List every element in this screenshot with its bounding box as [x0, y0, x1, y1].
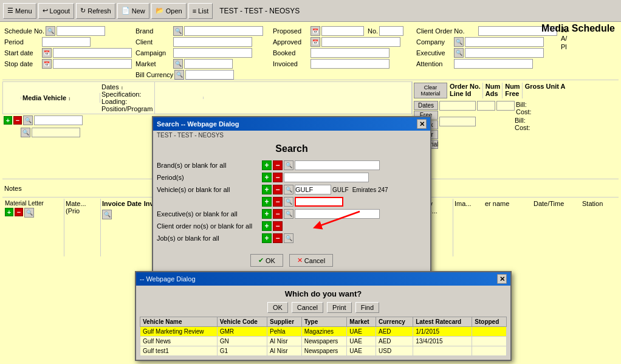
table-cell: AED: [376, 337, 413, 346]
second-find-btn[interactable]: Find: [355, 302, 379, 313]
refresh-icon: ↻: [80, 7, 86, 15]
col-vehicle-name: Vehicle Name: [140, 317, 218, 327]
app-title: TEST - TEST - NEOSYS: [219, 7, 300, 15]
menu-icon: ☰: [7, 7, 13, 15]
vehicle-dialog-input1[interactable]: [295, 185, 331, 194]
table-cell: 1/1/2015: [413, 327, 472, 337]
executive-add-btn[interactable]: +: [262, 209, 272, 219]
table-cell: UAE: [347, 337, 376, 346]
search-brand-controls: + − 🔍: [262, 160, 427, 170]
open-label: Open: [166, 7, 182, 15]
executive-dialog-input[interactable]: [295, 209, 380, 219]
brand-dialog-search-btn[interactable]: 🔍: [284, 160, 293, 170]
period-add-btn[interactable]: +: [262, 173, 272, 182]
second-ok-btn[interactable]: OK: [267, 302, 288, 313]
cancel-x-icon: ✕: [297, 256, 303, 264]
open-button[interactable]: 📂 Open: [151, 3, 187, 19]
brand-dialog-input[interactable]: [295, 160, 380, 170]
table-row[interactable]: Gulf Marketing ReviewGMRPehlaMagazinesUA…: [140, 327, 507, 337]
toolbar: ☰ Menu ↩ Logout ↻ Refresh 📄 New 📂 Open ≡…: [0, 0, 621, 22]
brand-add-btn[interactable]: +: [262, 160, 272, 170]
col-market: Market: [347, 317, 376, 327]
logout-icon: ↩: [43, 7, 48, 15]
menu-button[interactable]: ☰ Menu: [3, 3, 36, 19]
period-dialog-input[interactable]: [284, 173, 369, 182]
logout-label: Logout: [50, 7, 70, 15]
table-cell: UAE: [347, 346, 376, 356]
second-dialog: -- Webpage Dialog ✕ Which do you want? O…: [135, 271, 512, 361]
list-button[interactable]: ≡ List: [188, 3, 213, 19]
executive-dialog-search-btn[interactable]: 🔍: [284, 209, 293, 219]
job-dialog-search-btn[interactable]: 🔍: [284, 233, 293, 243]
new-icon: 📄: [122, 7, 130, 15]
search-client-order-controls: + −: [262, 221, 427, 231]
search-vehicle-label: Vehicle(s) or blank for all: [157, 186, 260, 193]
table-cell: USD: [376, 346, 413, 356]
table-cell: Gulf Marketing Review: [140, 327, 218, 337]
table-cell: Al Nisr: [267, 337, 302, 346]
search-dialog-subtitle: TEST - TEST - NEOSYS: [153, 131, 430, 140]
search-period-label: Period(s): [157, 174, 260, 181]
table-cell: UAE: [347, 327, 376, 337]
vehicle-dialog-search-btn2[interactable]: 🔍: [284, 197, 293, 207]
gulf-value: GULF: [332, 187, 349, 193]
executive-remove-btn[interactable]: −: [273, 209, 283, 219]
search-vehicle-controls2: + − 🔍: [262, 197, 427, 207]
list-icon: ≡: [193, 7, 196, 15]
table-cell: [472, 346, 507, 356]
brand-remove-btn[interactable]: −: [273, 160, 283, 170]
which-question: Which do you want?: [140, 289, 507, 298]
vehicle-dialog-search-btn1[interactable]: 🔍: [284, 185, 293, 194]
new-button[interactable]: 📄 New: [117, 3, 149, 19]
search-vehicle-controls1: + − 🔍 GULF Emirates 247: [262, 185, 427, 194]
job-remove-btn[interactable]: −: [273, 233, 283, 243]
table-cell: [472, 327, 507, 337]
period-remove-btn[interactable]: −: [273, 173, 283, 182]
dialog-overlay: Search -- Webpage Dialog ✕ TEST - TEST -…: [0, 22, 621, 364]
refresh-button[interactable]: ↻ Refresh: [76, 3, 115, 19]
job-add-btn[interactable]: +: [262, 233, 272, 243]
table-row[interactable]: Gulf NewsGNAl NisrNewspapersUAEAED13/4/2…: [140, 337, 507, 346]
col-stopped: Stopped: [472, 317, 507, 327]
vehicle-table: Vehicle Name Vehicle Code Supplier Type …: [140, 317, 507, 356]
logout-button[interactable]: ↩ Logout: [38, 3, 75, 19]
second-print-btn[interactable]: Print: [327, 302, 352, 313]
search-period-controls: + −: [262, 173, 427, 182]
cancel-label: Cancel: [304, 257, 325, 264]
search-dialog: Search -- Webpage Dialog ✕ TEST - TEST -…: [152, 116, 431, 273]
main-area: Media Schedule Schedule No. 🔍 Period Sta…: [0, 22, 621, 364]
search-job-label: Job(s) or blank for all: [157, 235, 260, 242]
search-dialog-close-btn[interactable]: ✕: [417, 119, 427, 129]
table-cell: Gulf test1: [140, 346, 218, 356]
col-type: Type: [301, 317, 347, 327]
table-cell: 13/4/2015: [413, 337, 472, 346]
search-vehicle-row1: Vehicle(s) or blank for all + − 🔍 GULF E…: [157, 185, 427, 194]
table-cell: GMR: [217, 327, 267, 337]
table-cell: GN: [217, 337, 267, 346]
vehicle-add-btn2[interactable]: +: [262, 197, 272, 207]
search-dialog-titlebar: Search -- Webpage Dialog ✕: [153, 117, 430, 131]
second-dialog-buttons: OK Cancel Print Find: [140, 302, 507, 313]
search-executive-row: Executive(s) or blank for all + − 🔍: [157, 209, 427, 219]
table-cell: [413, 346, 472, 356]
search-client-order-label: Client order no(s) or blank for all: [157, 222, 260, 230]
table-cell: Newspapers: [301, 346, 347, 356]
search-ok-btn[interactable]: ✔ OK: [250, 254, 283, 267]
table-row[interactable]: Gulf test1G1Al NisrNewspapersUAEUSD: [140, 346, 507, 356]
refresh-label: Refresh: [87, 7, 111, 15]
search-job-controls: + − 🔍: [262, 233, 427, 243]
second-cancel-btn[interactable]: Cancel: [292, 302, 323, 313]
table-cell: Magazines: [301, 327, 347, 337]
vehicle-remove-btn1[interactable]: −: [273, 185, 283, 194]
search-brand-row: Brand(s) or blank for all + − 🔍: [157, 160, 427, 170]
vehicle-remove-btn2[interactable]: −: [273, 197, 283, 207]
search-dialog-title: Search -- Webpage Dialog: [157, 120, 239, 128]
client-order-remove-btn[interactable]: −: [273, 221, 283, 231]
second-dialog-close-btn[interactable]: ✕: [497, 274, 507, 284]
vehicle-add-btn1[interactable]: +: [262, 185, 272, 194]
client-order-add-btn[interactable]: +: [262, 221, 272, 231]
second-dialog-body: Which do you want? OK Cancel Print Find …: [136, 286, 510, 360]
search-cancel-btn[interactable]: ✕ Cancel: [289, 254, 333, 267]
table-cell: Newspapers: [301, 337, 347, 346]
vehicle-dialog-input2[interactable]: [295, 197, 343, 207]
